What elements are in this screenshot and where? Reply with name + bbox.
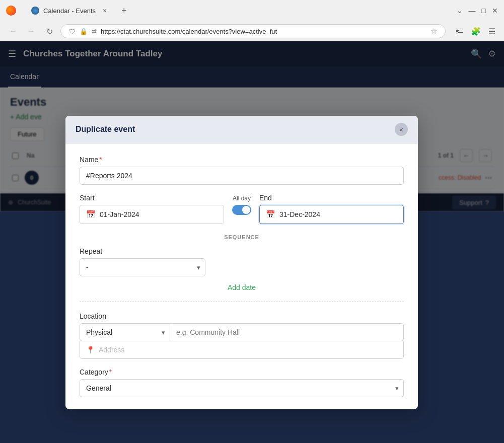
location-field-group: Location Physical Online Hybrid ▾ 📍 Add [80,312,404,359]
modal-close-button[interactable]: × [395,123,408,136]
repeat-select-wrap: - Daily Weekly Monthly Yearly ▾ [80,258,205,276]
location-type-select[interactable]: Physical Online Hybrid [80,323,170,341]
allday-toggle-group: All day [232,194,251,215]
repeat-select[interactable]: - Daily Weekly Monthly Yearly [80,258,205,276]
window-controls [6,6,16,16]
calendar-end-icon: 📅 [266,210,275,219]
window-buttons: ⌄ — □ ✕ [457,7,498,15]
menu-icon[interactable]: ☰ [486,25,498,37]
active-tab[interactable]: Calendar - Events × [24,3,114,19]
close-button[interactable]: ✕ [492,7,498,15]
reload-button[interactable]: ↻ [42,24,56,38]
location-row: Physical Online Hybrid ▾ [80,323,404,341]
start-date-value: 01-Jan-2024 [100,210,139,218]
forward-button[interactable]: → [24,24,38,38]
browser-toolbar: 🏷 🧩 ☰ [454,25,498,37]
address-row: 📍 Address [80,341,404,359]
tab-title: Calendar - Events [43,7,96,15]
shield-icon: 🛡 [69,28,76,35]
lock-icon: 🔒 [80,28,88,35]
calendar-start-icon: 📅 [86,210,96,219]
address-bar: ← → ↻ 🛡 🔒 ⇄ https://ctat.churchsuite.com… [0,21,504,41]
pocket-icon[interactable]: 🏷 [454,25,466,37]
modal-body: Name* Start 📅 01-Jan-2024 All day [65,143,418,409]
end-date-value: 31-Dec-2024 [279,210,320,218]
tab-favicon [31,7,39,15]
end-date-input[interactable]: 📅 31-Dec-2024 [259,205,404,224]
allday-toggle[interactable] [232,205,251,215]
location-type-wrap: Physical Online Hybrid ▾ [80,323,170,341]
start-label: Start [80,194,224,202]
duplicate-event-modal: Duplicate event × Name* Start 📅 01-Jan- [65,116,418,409]
firefox-icon [6,6,16,16]
title-bar: Calendar - Events × + ⌄ — □ ✕ [0,0,504,21]
pin-icon: 📍 [86,346,95,354]
minimize-button[interactable]: — [469,7,476,15]
address-placeholder-text: Address [99,346,124,354]
category-required-indicator: * [109,368,112,376]
end-date-field: End 📅 31-Dec-2024 [259,194,404,224]
add-date-link[interactable]: Add date [80,283,404,291]
modal-title: Duplicate event [76,125,135,134]
extensions-icon[interactable]: 🧩 [470,25,482,37]
allday-label: All day [233,195,251,202]
name-label: Name* [80,156,404,164]
start-date-field: Start 📅 01-Jan-2024 [80,194,224,224]
repeat-field-group: Repeat - Daily Weekly Monthly Yearly ▾ [80,247,404,276]
name-field-group: Name* [80,156,404,185]
chevron-down-icon[interactable]: ⌄ [457,7,463,15]
name-input[interactable] [80,167,404,185]
maximize-button[interactable]: □ [482,7,486,15]
name-required-indicator: * [99,156,102,164]
back-button[interactable]: ← [6,24,20,38]
modal-header: Duplicate event × [65,116,418,143]
toggle-knob [242,206,250,214]
app-container: ☰ Churches Together Around Tadley 🔍 ⚙ Ca… [0,41,504,211]
location-name-input[interactable] [170,323,404,341]
url-bar[interactable]: 🛡 🔒 ⇄ https://ctat.churchsuite.com/calen… [60,24,446,38]
category-select-wrap: General ▾ [80,379,404,397]
date-row: Start 📅 01-Jan-2024 All day End 📅 [80,194,404,224]
end-label: End [259,194,404,202]
network-icon: ⇄ [92,28,97,35]
tab-close-icon[interactable]: × [103,7,107,15]
url-text: https://ctat.churchsuite.com/calendar/ev… [101,28,426,35]
star-icon[interactable]: ☆ [430,27,437,36]
category-label: Category* [80,368,404,376]
sequence-divider: SEQUENCE [80,234,404,240]
start-date-input[interactable]: 📅 01-Jan-2024 [80,205,224,224]
category-select[interactable]: General [80,379,404,397]
section-divider-line [80,302,404,302]
new-tab-button[interactable]: + [117,4,131,18]
location-label: Location [80,312,404,320]
category-field-group: Category* General ▾ [80,368,404,397]
browser-chrome: Calendar - Events × + ⌄ — □ ✕ ← → ↻ 🛡 🔒 … [0,0,504,41]
repeat-label: Repeat [80,247,102,255]
